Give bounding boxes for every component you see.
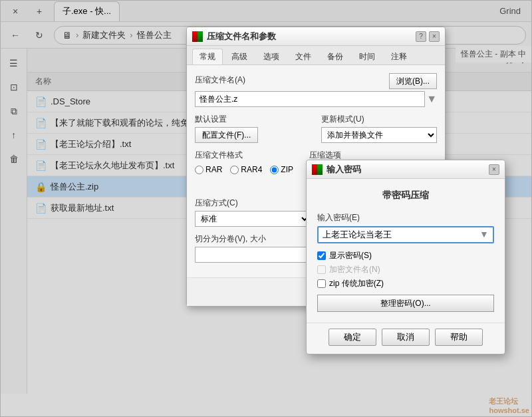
format-rar4-option[interactable]: RAR4 bbox=[230, 165, 262, 174]
filename-label: 压缩文件名(A) bbox=[195, 74, 245, 86]
compress-dialog-controls: ? × bbox=[416, 31, 440, 42]
format-rar-option[interactable]: RAR bbox=[195, 165, 222, 174]
winrar-icon-pwd bbox=[312, 164, 323, 175]
watermark-line2: howshot.se bbox=[489, 406, 529, 414]
password-dropdown-icon[interactable]: ▼ bbox=[479, 229, 489, 239]
tab-time[interactable]: 时间 bbox=[352, 49, 382, 65]
encrypt-filename-label: 加密文件名(N) bbox=[329, 264, 380, 275]
compress-dialog-tabs: 常规 高级 选项 文件 备份 时间 注释 bbox=[187, 46, 445, 65]
format-radio-group: RAR RAR4 ZIP bbox=[195, 165, 301, 174]
password-ok-btn[interactable]: 确定 bbox=[329, 329, 376, 346]
compress-dialog-close-btn[interactable]: × bbox=[429, 31, 440, 42]
compress-dialog-question-btn[interactable]: ? bbox=[416, 31, 426, 42]
show-password-row: 显示密码(S) bbox=[317, 250, 494, 261]
default-config-label: 默认设置 bbox=[195, 114, 311, 125]
compress-dialog-title: 压缩文件名和参数 bbox=[207, 31, 412, 43]
config-updatemode-row: 默认设置 配置文件(F)... 更新模式(U) 添加并替换文件 bbox=[195, 114, 437, 143]
tab-options[interactable]: 选项 bbox=[256, 49, 287, 65]
format-rar4-label: RAR4 bbox=[241, 165, 262, 174]
zip-encrypt-checkbox[interactable] bbox=[317, 279, 326, 288]
password-heading: 带密码压缩 bbox=[317, 190, 494, 202]
zip-encrypt-row: zip 传统加密(Z) bbox=[317, 278, 494, 289]
password-cancel-btn[interactable]: 取消 bbox=[382, 329, 430, 346]
encrypt-filename-checkbox[interactable] bbox=[317, 265, 326, 274]
password-help-btn[interactable]: 帮助 bbox=[435, 329, 483, 346]
config-file-btn[interactable]: 配置文件(F)... bbox=[195, 127, 258, 143]
update-mode-col: 更新模式(U) 添加并替换文件 bbox=[321, 114, 437, 143]
filename-dropdown-icon[interactable]: ▼ bbox=[426, 93, 437, 105]
method-select[interactable]: 标准 bbox=[195, 211, 311, 227]
password-label: 输入密码(E) bbox=[317, 212, 494, 223]
password-dialog-titlebar: 输入密码 × bbox=[307, 160, 505, 179]
default-config-col: 默认设置 配置文件(F)... bbox=[195, 114, 311, 143]
password-input[interactable] bbox=[317, 226, 494, 243]
browse-btn[interactable]: 浏览(B)... bbox=[389, 73, 437, 89]
update-mode-label: 更新模式(U) bbox=[321, 114, 437, 125]
format-zip-label: ZIP bbox=[281, 165, 293, 174]
manage-passwords-btn[interactable]: 整理密码(O)... bbox=[317, 295, 494, 312]
watermark-line1: 老王论坛 bbox=[489, 396, 529, 406]
show-password-label: 显示密码(S) bbox=[329, 250, 372, 261]
method-col: 压缩方式(C) 标准 bbox=[195, 198, 311, 227]
encrypt-filename-row: 加密文件名(N) bbox=[317, 264, 494, 275]
password-dialog-footer: 确定 取消 帮助 bbox=[307, 323, 505, 354]
format-label: 压缩文件格式 bbox=[195, 150, 301, 161]
password-dialog-close-btn[interactable]: × bbox=[489, 164, 499, 175]
password-dialog: 输入密码 × 带密码压缩 输入密码(E) ▼ 显示密码(S) 加密文件名(N) … bbox=[306, 160, 505, 354]
format-col: 压缩文件格式 RAR RAR4 ZIP bbox=[195, 150, 301, 191]
update-mode-select[interactable]: 添加并替换文件 bbox=[321, 127, 437, 143]
zip-encrypt-label: zip 传统加密(Z) bbox=[329, 278, 384, 289]
password-dialog-title: 输入密码 bbox=[327, 164, 485, 176]
format-rar-label: RAR bbox=[205, 165, 222, 174]
format-rar4-radio[interactable] bbox=[230, 166, 239, 174]
tab-comment[interactable]: 注释 bbox=[384, 49, 414, 65]
tab-files[interactable]: 文件 bbox=[288, 49, 319, 65]
password-dialog-body: 带密码压缩 输入密码(E) ▼ 显示密码(S) 加密文件名(N) zip 传统加… bbox=[307, 179, 505, 323]
method-label: 压缩方式(C) bbox=[195, 198, 311, 209]
show-password-checkbox[interactable] bbox=[317, 251, 326, 260]
filename-input[interactable] bbox=[195, 91, 425, 107]
format-zip-option[interactable]: ZIP bbox=[270, 165, 293, 174]
password-options: 显示密码(S) 加密文件名(N) zip 传统加密(Z) bbox=[317, 250, 494, 289]
tab-backup[interactable]: 备份 bbox=[320, 49, 350, 65]
format-zip-radio[interactable] bbox=[270, 166, 279, 174]
tab-general[interactable]: 常规 bbox=[192, 49, 223, 65]
filename-row: 压缩文件名(A) 浏览(B)... ▼ bbox=[195, 73, 437, 107]
winrar-icon bbox=[192, 31, 203, 42]
compress-dialog-titlebar: 压缩文件名和参数 ? × bbox=[187, 27, 445, 46]
watermark: 老王论坛 howshot.se bbox=[489, 396, 529, 414]
password-dialog-controls: × bbox=[489, 164, 499, 175]
format-rar-radio[interactable] bbox=[195, 166, 203, 174]
tab-advanced[interactable]: 高级 bbox=[224, 49, 255, 65]
